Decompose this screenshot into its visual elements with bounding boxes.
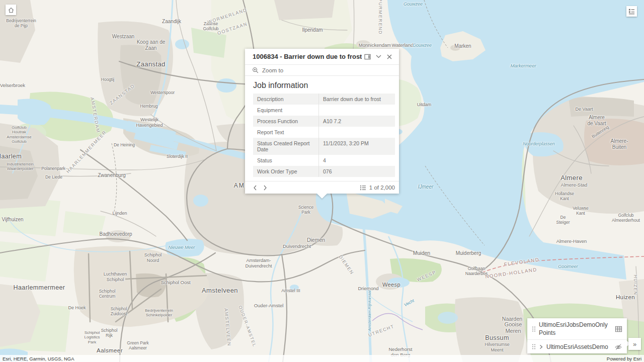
collapse-button[interactable] [373,51,384,62]
field-value [318,105,395,116]
field-value: A10 7.2 [318,116,395,127]
field-value [318,127,395,138]
home-button[interactable] [6,5,16,15]
popup-content: Job information DescriptionBarrier down … [245,76,399,181]
table-icon[interactable] [615,325,622,333]
field-row: DescriptionBarrier down due to frost [253,94,395,105]
field-value: 11/1/2023, 3:20 PM [318,138,395,155]
close-icon [387,54,392,59]
map-viewport[interactable]: ZaanstadAMSTERDAMAmstelveenHaarlemmermee… [0,0,644,362]
popup-footer: 1 of 2,000 [245,181,399,194]
home-icon [8,7,15,14]
chevron-right-icon [263,185,267,191]
popup-anchor [317,194,327,199]
popup-title: 1006834 - Barrier down due to frost [253,53,362,60]
attribution-bar: Esri, HERE, Garmin, USGS, NGA Powered by… [0,355,644,362]
dock-button[interactable] [362,51,373,62]
legend-button[interactable] [626,6,637,17]
eye-slash-icon[interactable] [614,343,622,351]
layer-title: UltimoEsriJobsDemoOnly Points [536,321,612,337]
feature-list-icon [360,185,366,191]
drag-handle-icon[interactable] [532,326,536,332]
chevron-left-icon [253,185,257,191]
field-label: Equipment [253,105,318,116]
zoom-to-action[interactable]: Zoom to [245,64,399,76]
attribution-sources: Esri, HERE, Garmin, USGS, NGA [3,356,74,361]
field-row: Status4 [253,155,395,166]
field-value: Barrier down due to frost [318,94,395,105]
popup-section-title: Job information [253,81,395,90]
feature-popup: 1006834 - Barrier down due to frost [245,49,399,194]
previous-feature-button[interactable] [250,183,260,193]
next-feature-button[interactable] [260,183,270,193]
zoom-to-label: Zoom to [262,67,283,73]
dock-icon [364,54,371,60]
chevron-down-icon [376,55,381,58]
drag-handle-icon[interactable] [532,343,536,350]
field-value: 4 [318,155,395,166]
close-button[interactable] [384,51,395,62]
powered-by-esri: Powered by Esri [607,356,641,361]
field-label: Process Function [253,116,318,127]
feature-count: 1 of 2,000 [369,185,395,191]
layer-list-item[interactable]: UltimoEsriAssetsDemo [527,339,627,353]
field-label: Status Created Report Date [253,138,318,155]
popup-header: 1006834 - Barrier down due to frost [245,49,399,64]
attribute-table: DescriptionBarrier down due to frostEqui… [253,94,395,177]
feature-pagination-menu[interactable]: 1 of 2,000 [360,185,395,191]
field-label: Description [253,94,318,105]
field-row: Process FunctionA10 7.2 [253,116,395,127]
field-label: Status [253,155,318,166]
expand-panel-button[interactable]: » [628,338,641,350]
field-value: 076 [318,166,395,177]
magnifier-plus-icon [252,67,259,73]
layer-list-panel: UltimoEsriJobsDemoOnly PointsUltimoEsriA… [527,318,627,353]
field-row: Status Created Report Date11/1/2023, 3:2… [253,138,395,155]
legend-icon [628,8,635,15]
layer-title: UltimoEsriAssetsDemo [543,343,611,351]
field-row: Work Order Type076 [253,166,395,177]
field-label: Report Text [253,127,318,138]
field-label: Work Order Type [253,166,318,177]
double-chevron-right-icon: » [633,340,636,348]
field-row: Equipment [253,105,395,116]
field-row: Report Text [253,127,395,138]
chevron-right-icon[interactable] [539,344,543,349]
layer-list-item[interactable]: UltimoEsriJobsDemoOnly Points [527,318,627,339]
